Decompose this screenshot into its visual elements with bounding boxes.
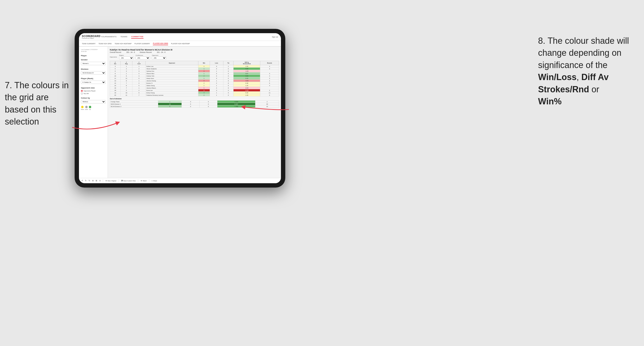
- player-rank-label: Player (Rank): [81, 77, 106, 80]
- last-updated: Last Updated: 27/03/2024 16:55:38: [81, 49, 106, 53]
- nav-teams[interactable]: TEAMS: [120, 35, 127, 39]
- col-tie: Tie: [224, 61, 234, 65]
- overall-record-value: 353 - 34 - 6: [126, 51, 135, 53]
- save-icon: 💾: [121, 180, 123, 181]
- table-row: 1585 Stella Cheng 1 1 0 1.25 4: [110, 84, 279, 87]
- sign-out-button[interactable]: Sign out: [272, 36, 278, 38]
- radio-top100[interactable]: Top 100: [81, 93, 106, 95]
- legend-circle-level: [85, 106, 88, 108]
- bottom-toolbar: ↺ ↻ ↻ ⧉ ⊞ ⊙ 👁 View: Original 💾 Save Cust…: [79, 178, 281, 183]
- main-data-table: #Div #Reg #Conf Opponent Win Loss Tie Di…: [110, 61, 279, 96]
- colour-legend: Down Level Up: [81, 106, 106, 110]
- region-filter: Region (All): [119, 55, 134, 59]
- division-label: Division: [81, 68, 106, 70]
- opponent-view-section: Opponent view Opponents Played Top 100: [81, 87, 106, 95]
- table-row: 914 Sharon Mun 1 0 0 3.67 3: [110, 72, 279, 75]
- save-custom-button[interactable]: 💾 Save Custom View: [120, 179, 137, 182]
- table-row: 1671 Jessica Mason 1 2 0 -0.94: [110, 87, 279, 89]
- filters-row: Opponents: Region (All) Conference (All): [110, 55, 279, 59]
- player-section-title: Player: [81, 55, 106, 57]
- region-label: Region: [119, 55, 134, 56]
- annotation-left: 7. The colours in the grid are based on …: [5, 79, 72, 128]
- table-row: 522 Alexis Sudjianto 1 0 0 4.00 3: [110, 68, 279, 70]
- opponents-filter-label: Opponents:: [110, 56, 117, 58]
- legend-level: Level: [85, 106, 88, 110]
- region-select[interactable]: (All): [119, 56, 134, 59]
- radio-label-top100: Top 100: [84, 93, 88, 94]
- gender-select[interactable]: Women's: [81, 62, 106, 65]
- col-win: Win: [198, 61, 210, 65]
- table-row: 11116 Heejo Hyun 1 0 0 3.33 3: [110, 77, 279, 80]
- out-of-division-table: Foreign Team 1 0 0 4.500 2 NAIA Division…: [110, 100, 279, 108]
- grid-title: Katelyn Vo Head-to-Head Grid for Women's…: [110, 49, 279, 51]
- table-row: 1474 Eunice Yi 2 2 0 0.38 9: [110, 82, 279, 84]
- nav-committee[interactable]: COMMITTEE: [131, 35, 144, 39]
- table-row: 20117 Federica Domecq Lacroze 2 1 0 1.33…: [110, 94, 279, 96]
- annotation-win-pct: Win%: [538, 96, 562, 106]
- division-select[interactable]: NCAA Division III: [81, 71, 106, 75]
- copy-icon[interactable]: ⧉: [92, 179, 94, 182]
- col-reg: #Reg: [120, 61, 132, 65]
- view-original-button[interactable]: 👁 View: Original: [104, 180, 117, 182]
- opponent-view-label: Opponent view: [81, 87, 106, 89]
- out-of-division-header: Out of division: [110, 98, 279, 100]
- table-row: 19106 Emily Chang 4 1 0 0.30 11: [110, 92, 279, 94]
- tab-player-h2h-grid[interactable]: PLAYER H2H GRID: [153, 42, 168, 45]
- annotation-win-loss: Win/Loss: [538, 72, 576, 82]
- player-rank-select[interactable]: 8. Katelyn Vo: [81, 81, 106, 84]
- legend-circle-down: [81, 106, 84, 108]
- col-loss: Loss: [210, 61, 223, 65]
- radio-label-opponents: Opponents Played: [84, 90, 95, 92]
- main-content: Last Updated: 27/03/2024 16:55:38 Player…: [79, 47, 281, 178]
- logo: SCOREBOARD Powered by clippd: [82, 35, 101, 39]
- tab-player-summary[interactable]: PLAYER SUMMARY: [134, 42, 150, 45]
- colour-by-select[interactable]: Win/loss: [81, 100, 106, 103]
- grid-records: Overall Record: 353 - 34 - 6 Division Re…: [110, 51, 279, 53]
- tablet-screen: SCOREBOARD Powered by clippd TOURNAMENTS…: [79, 33, 281, 183]
- table-row: Foreign Team 1 0 0 4.500 2: [110, 101, 279, 103]
- nav-tournaments[interactable]: TOURNAMENTS: [101, 35, 116, 39]
- tab-team-h2h-grid[interactable]: TEAM H2H GRID: [98, 42, 112, 45]
- redo-icon[interactable]: ↻: [84, 179, 87, 182]
- col-div: #Div: [110, 61, 120, 65]
- col-rounds: Rounds: [260, 61, 279, 65]
- col-conf: #Conf: [132, 61, 146, 65]
- watch-button[interactable]: 👁 Watch: [140, 180, 148, 182]
- col-diff: Diff AvStrokes/Rnd: [233, 61, 260, 65]
- col-opponent: Opponent: [146, 61, 198, 65]
- tab-team-h2h-heatmap[interactable]: TEAM H2H HEATMAP: [114, 42, 132, 45]
- table-row: 633 Sydney Kuo 0 1 0 -1.00: [110, 70, 279, 72]
- tab-player-h2h-heatmap[interactable]: PLAYER H2H HEATMAP: [171, 42, 190, 45]
- division-record-value: 331 - 34 - 6: [157, 51, 166, 53]
- conference-filter: Conference (All): [136, 55, 150, 59]
- redo2-icon[interactable]: ↻: [88, 179, 91, 182]
- sub-nav: TEAM SUMMARY TEAM H2H GRID TEAM H2H HEAT…: [79, 41, 281, 47]
- undo-icon[interactable]: ↺: [81, 179, 84, 182]
- table-row: 311 Esther Lee 1 0 1 1.50 4: [110, 65, 279, 68]
- paste-icon[interactable]: ⊞: [95, 179, 98, 182]
- toolbar-sep-1: [103, 179, 103, 182]
- tab-team-summary[interactable]: TEAM SUMMARY: [82, 42, 96, 45]
- left-panel: Last Updated: 27/03/2024 16:55:38 Player…: [79, 47, 108, 178]
- legend-circle-up: [89, 106, 91, 108]
- watch-icon: 👁: [140, 180, 142, 181]
- conference-label: Conference: [136, 55, 150, 56]
- table-row: 1063 Andrea York 2 0 0 4.00 4: [110, 75, 279, 77]
- share-button[interactable]: ⎋ Share: [151, 180, 158, 182]
- radio-dot-top100: [81, 93, 83, 95]
- nav-items: TOURNAMENTS TEAMS COMMITTEE: [101, 35, 272, 39]
- colour-by-label: Colour by: [81, 97, 106, 99]
- toolbar-sep-4: [149, 179, 149, 182]
- clock-icon[interactable]: ⊙: [99, 179, 101, 182]
- opponent-filter: Opponent (All): [152, 55, 166, 59]
- division-record-label: Division Record:: [140, 51, 152, 53]
- share-icon: ⎋: [152, 180, 153, 181]
- radio-opponents-played[interactable]: Opponents Played: [81, 90, 106, 92]
- toolbar-sep-3: [138, 179, 138, 182]
- legend-down: Down: [81, 106, 84, 110]
- opponent-select[interactable]: (All): [152, 56, 166, 59]
- table-row: NAIA Division 1 15 0 0 9.267 30: [110, 103, 279, 105]
- toolbar-sep-2: [119, 179, 119, 182]
- conference-select[interactable]: (All): [136, 56, 150, 59]
- legend-up: Up: [89, 106, 91, 110]
